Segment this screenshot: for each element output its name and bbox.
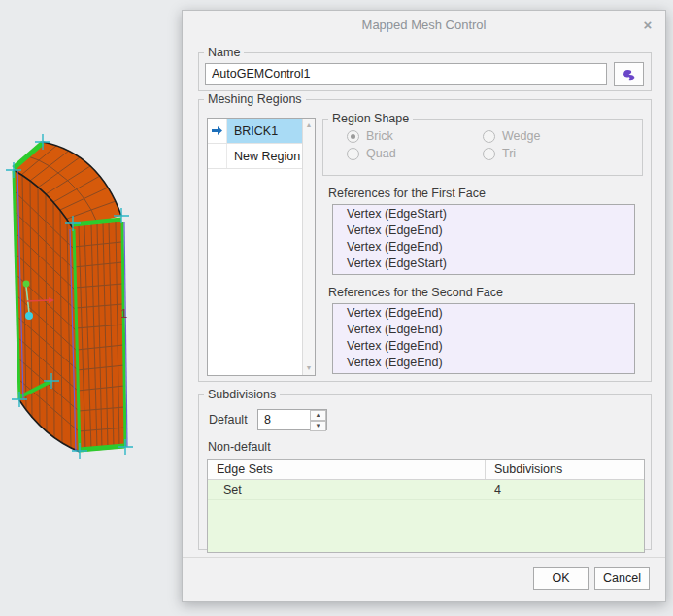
- reference-item[interactable]: Vertex (EdgeEnd): [333, 338, 634, 355]
- scroll-down-icon: ▼: [306, 364, 313, 371]
- model-viewport: 1: [0, 134, 155, 469]
- reference-item[interactable]: Vertex (EdgeStart): [333, 206, 634, 222]
- meshing-regions-section: Meshing Regions BRICK1 New Region: [198, 92, 652, 382]
- spin-down-icon: ▼: [316, 423, 321, 428]
- mapped-mesh-control-dialog: Mapped Mesh Control × Name Meshing Regio…: [182, 10, 666, 602]
- subdivisions-cell: 4: [486, 480, 644, 499]
- reference-item[interactable]: Vertex (EdgeEnd): [333, 239, 634, 256]
- current-region-arrow-icon: [211, 125, 223, 136]
- region-name: New Region: [227, 144, 302, 168]
- subdivisions-label: Subdivisions: [204, 388, 280, 401]
- radio-tri[interactable]: Tri: [483, 147, 619, 160]
- close-icon: ×: [644, 17, 653, 33]
- first-face-references-list: Vertex (EdgeStart) Vertex (EdgeEnd) Vert…: [332, 204, 635, 275]
- default-subdivisions-input[interactable]: [258, 410, 310, 429]
- name-section-label: Name: [204, 46, 244, 59]
- region-name: BRICK1: [227, 119, 302, 143]
- reference-item[interactable]: Vertex (EdgeEnd): [333, 305, 634, 322]
- reference-item[interactable]: Vertex (EdgeEnd): [333, 322, 634, 338]
- meshing-regions-list: BRICK1 New Region ▲ ▼: [207, 118, 316, 376]
- spin-up-icon: ▲: [316, 412, 321, 418]
- radio-tri-label: Tri: [502, 147, 516, 160]
- edge-set-cell: Set: [208, 480, 486, 499]
- radio-wedge-icon: [483, 130, 495, 143]
- radio-quad-label: Quad: [366, 147, 396, 160]
- table-header-row: Edge Sets Subdivisions: [208, 460, 644, 480]
- first-face-references-label: References for the First Face: [328, 187, 643, 200]
- region-list-item-brick1[interactable]: BRICK1: [208, 119, 302, 144]
- non-default-table: Edge Sets Subdivisions Set 4: [207, 459, 645, 553]
- radio-brick[interactable]: Brick: [347, 129, 483, 143]
- radio-tri-icon: [483, 148, 495, 160]
- region-list-item-new-region[interactable]: New Region: [208, 144, 302, 169]
- radio-quad-icon: [347, 148, 359, 160]
- region-shape-label: Region Shape: [328, 112, 413, 125]
- radio-wedge-label: Wedge: [502, 129, 540, 143]
- ok-button[interactable]: OK: [533, 567, 589, 590]
- table-row[interactable]: Set 4: [208, 480, 644, 500]
- radio-brick-label: Brick: [366, 129, 393, 143]
- second-face-references-label: References for the Second Face: [328, 286, 643, 299]
- default-subdivisions-label: Default: [209, 413, 257, 427]
- dialog-titlebar[interactable]: Mapped Mesh Control ×: [183, 11, 665, 40]
- reference-item[interactable]: Vertex (EdgeEnd): [333, 222, 634, 239]
- radio-quad[interactable]: Quad: [347, 147, 483, 160]
- subdivisions-section: Subdivisions Default ▲ ▼ Non-default: [198, 388, 652, 550]
- mesh-model[interactable]: [14, 142, 127, 452]
- scroll-up-icon: ▲: [306, 121, 313, 128]
- default-subdivisions-spinbox: ▲ ▼: [257, 409, 327, 430]
- reference-item[interactable]: Vertex (EdgeEnd): [333, 355, 634, 371]
- close-button[interactable]: ×: [639, 17, 656, 34]
- column-header-edge-sets: Edge Sets: [208, 460, 486, 479]
- region-shape-section: Region Shape Brick Wedge Quad: [322, 112, 643, 176]
- scroll-up-button[interactable]: ▲: [303, 119, 315, 132]
- dialog-title: Mapped Mesh Control: [183, 11, 665, 40]
- list-scrollbar[interactable]: ▲ ▼: [302, 119, 315, 375]
- radio-wedge[interactable]: Wedge: [483, 129, 619, 143]
- mesh-region-label: 1: [120, 306, 127, 321]
- radio-brick-icon: [347, 130, 359, 143]
- column-header-subdivisions: Subdivisions: [486, 460, 644, 479]
- mapped-mesh-icon: [621, 67, 638, 82]
- footer-divider: [183, 557, 665, 558]
- second-face-references-list: Vertex (EdgeEnd) Vertex (EdgeEnd) Vertex…: [332, 303, 635, 374]
- non-default-label: Non-default: [208, 440, 271, 454]
- meshing-regions-label: Meshing Regions: [204, 92, 306, 106]
- name-input[interactable]: [205, 63, 607, 85]
- reference-item[interactable]: Vertex (EdgeStart): [333, 256, 634, 272]
- scroll-down-button[interactable]: ▼: [303, 361, 315, 375]
- name-section: Name: [198, 46, 652, 91]
- mesh-control-button[interactable]: [614, 62, 644, 86]
- cancel-button[interactable]: Cancel: [594, 567, 650, 590]
- spin-up-button[interactable]: ▲: [310, 410, 326, 421]
- spin-down-button[interactable]: ▼: [310, 421, 326, 431]
